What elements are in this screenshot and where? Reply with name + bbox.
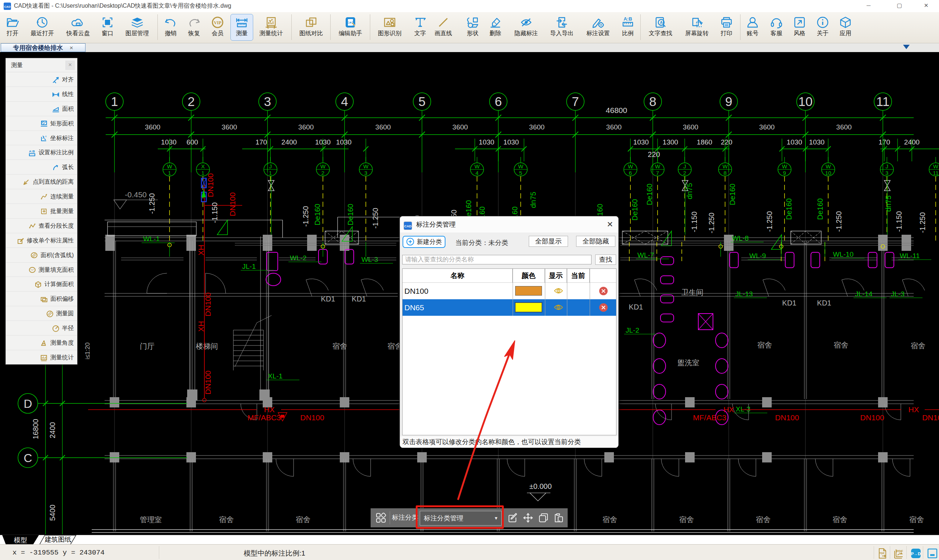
svg-text:10: 10 [825,170,831,176]
svg-text:HX: HX [723,405,734,414]
svg-text:-1.150: -1.150 [895,211,903,232]
svg-text:3600: 3600 [222,123,237,131]
svg-text:JL-3: JL-3 [891,290,905,298]
svg-text:3600: 3600 [836,123,852,131]
svg-text:宿舍: 宿舍 [756,515,771,524]
svg-text:JL-13: JL-13 [735,290,753,298]
svg-text:CAD: CAD [4,5,11,8]
svg-text:1030: 1030 [161,138,176,146]
svg-text:W: W [723,163,728,169]
svg-text:3600: 3600 [298,123,314,131]
svg-text:宿舍: 宿舍 [757,341,772,349]
svg-text:WL-8: WL-8 [732,234,749,242]
svg-text:宿舍: 宿舍 [911,342,925,350]
svg-text:6: 6 [495,94,502,109]
svg-text:W: W [933,163,939,169]
svg-text:宿舍: 宿舍 [909,515,924,524]
svg-text:P→D: P→D [911,552,920,556]
svg-text:220: 220 [648,150,660,158]
svg-text:W: W [475,163,480,169]
svg-text:6: 6 [629,170,632,176]
svg-text:宿舍: 宿舍 [834,341,848,349]
svg-text:1: 1 [111,94,118,109]
svg-text:DN100: DN100 [775,413,799,422]
svg-text:2400: 2400 [281,138,297,146]
svg-text:1: 1 [269,170,272,176]
svg-text:3: 3 [885,170,888,176]
svg-text:DN100: DN100 [228,192,237,216]
svg-text:XL-1: XL-1 [268,372,282,380]
svg-text:VIP: VIP [214,20,222,25]
svg-text:-1.250: -1.250 [835,211,843,232]
svg-text:WL-10: WL-10 [833,251,854,258]
svg-text:De160: De160 [816,198,824,220]
svg-text:3: 3 [364,170,367,176]
svg-text:De160: De160 [785,198,793,220]
svg-text:De160: De160 [346,204,355,226]
svg-text:5400: 5400 [48,505,57,521]
svg-text:3: 3 [264,94,271,109]
svg-text:8: 8 [724,170,726,176]
svg-text:600: 600 [187,138,198,146]
svg-text:8: 8 [649,94,656,109]
svg-text:46800: 46800 [606,106,627,114]
svg-text:DN100: DN100 [860,413,884,422]
svg-text:HX: HX [264,405,274,414]
svg-text:A:B: A:B [623,16,632,22]
svg-text:W: W [363,163,369,169]
svg-text:KD1: KD1 [629,303,643,311]
svg-text:MF/ABC3: MF/ABC3 [247,413,281,422]
svg-text:1030: 1030 [503,138,519,146]
svg-text:J: J [683,163,686,169]
svg-text:PDF: PDF [896,549,904,553]
svg-text:JL-1: JL-1 [242,263,256,270]
svg-text:W: W [518,163,524,169]
svg-text:7: 7 [656,170,659,176]
svg-text:i≤1:20: i≤1:20 [84,343,91,359]
svg-text:门厅: 门厅 [140,342,154,350]
svg-text:W: W [320,163,326,169]
svg-text:9: 9 [725,94,732,109]
svg-text:-1.250: -1.250 [708,213,715,234]
svg-text:DN100: DN100 [300,413,324,422]
svg-text:KD1: KD1 [352,295,366,303]
svg-text:dn75: dn75 [529,192,537,208]
svg-text:De160: De160 [728,184,737,205]
svg-text:11: 11 [933,170,939,176]
svg-text:JL-2: JL-2 [626,326,639,334]
svg-text:JL-14: JL-14 [855,290,873,298]
svg-text:2: 2 [321,170,324,176]
svg-text:宿舍: 宿舍 [219,515,234,524]
svg-text:7: 7 [572,94,579,109]
svg-text:1300: 1300 [663,138,678,146]
svg-text:W: W [655,163,660,169]
svg-text:4: 4 [341,94,348,109]
svg-text:HX: HX [908,405,919,414]
svg-text:XH: XH [197,245,205,255]
svg-text:-1.250: -1.250 [919,212,927,233]
svg-text:1860: 1860 [697,138,712,146]
svg-text:WL-11: WL-11 [900,252,920,260]
svg-text:3600: 3600 [759,123,775,131]
svg-text:3600: 3600 [375,123,391,131]
svg-text:W: W [167,163,173,169]
svg-text:5: 5 [418,94,425,109]
svg-text:2400: 2400 [48,422,57,438]
svg-text:16800: 16800 [32,419,40,439]
svg-text:XH: XH [197,321,205,332]
svg-text:X: X [201,163,205,169]
svg-text:A: A [660,20,662,25]
svg-text:D: D [23,397,32,410]
svg-text:1: 1 [202,170,204,176]
svg-text:CAD: CAD [404,225,412,228]
svg-text:3600: 3600 [683,123,698,131]
svg-text:DN10: DN10 [922,413,939,422]
svg-text:卫生间: 卫生间 [682,288,703,296]
svg-text:3600: 3600 [145,123,160,131]
svg-text:1030: 1030 [809,138,825,146]
svg-text:9: 9 [783,170,786,176]
svg-text:2: 2 [188,94,194,109]
svg-text:De160: De160 [313,204,321,226]
svg-text:宿舍: 宿舍 [833,515,847,524]
svg-text:De160: De160 [646,184,654,205]
